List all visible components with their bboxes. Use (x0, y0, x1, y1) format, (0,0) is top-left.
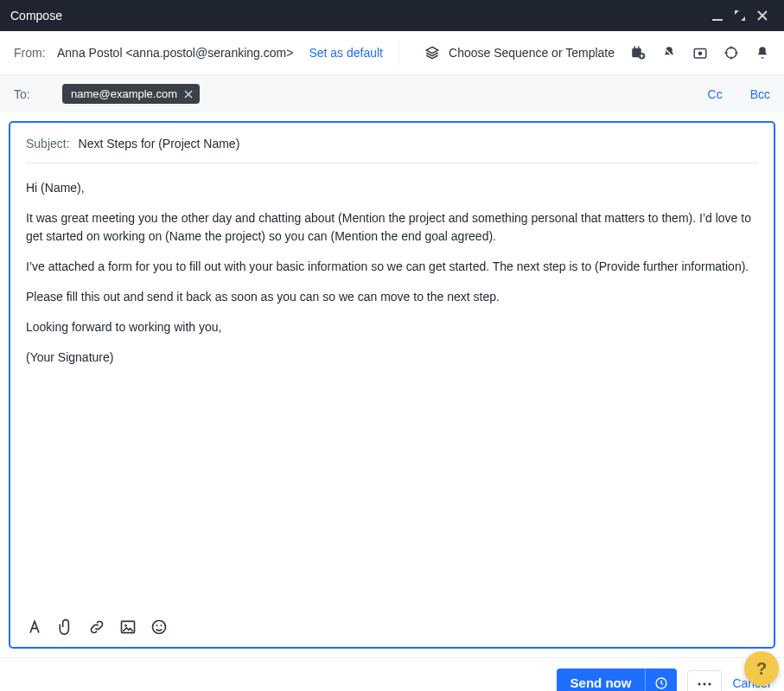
image-icon[interactable] (119, 618, 137, 638)
svg-rect-3 (638, 47, 640, 49)
body-line: It was great meeting you the other day a… (26, 209, 758, 246)
to-label: To: (14, 87, 48, 101)
svg-point-14 (698, 683, 701, 686)
chip-remove-icon[interactable] (182, 88, 194, 100)
subject-row: Subject: Next Steps for (Project Name) (26, 137, 758, 163)
svg-point-9 (124, 624, 127, 627)
attach-icon[interactable] (57, 618, 74, 638)
body-line: I’ve attached a form for you to fill out… (26, 258, 758, 276)
svg-point-12 (161, 624, 163, 626)
from-row: From: Anna Postol <anna.postol@seranking… (0, 31, 784, 75)
inbox-icon[interactable] (692, 45, 708, 61)
more-actions-button[interactable] (687, 670, 722, 691)
sequence-button[interactable]: Choose Sequence or Template (424, 45, 615, 61)
footer: Send now Cancel (0, 657, 784, 691)
bcc-link[interactable]: Bcc (750, 87, 770, 101)
svg-point-15 (704, 683, 706, 686)
svg-point-6 (698, 52, 703, 56)
recipient-chip[interactable]: name@example.com (62, 84, 200, 104)
svg-rect-0 (712, 19, 723, 21)
compose-editor: Subject: Next Steps for (Project Name) H… (9, 121, 775, 649)
subject-label: Subject: (26, 137, 70, 150)
svg-point-16 (709, 683, 711, 686)
window-title: Compose (10, 9, 62, 22)
send-button-group: Send now (557, 669, 678, 691)
divider (398, 40, 399, 66)
send-schedule-button[interactable] (645, 669, 677, 691)
minimize-icon[interactable] (706, 4, 729, 27)
to-row: To: name@example.com Cc Bcc (0, 75, 784, 112)
bell-icon[interactable] (755, 45, 770, 61)
from-label: From: (14, 46, 48, 60)
bell-off-icon[interactable] (661, 45, 677, 61)
cc-link[interactable]: Cc (708, 87, 723, 101)
body-line: Looking forward to working with you, (26, 318, 758, 336)
text-format-icon[interactable] (26, 618, 43, 638)
emoji-icon[interactable] (150, 618, 168, 638)
help-fab[interactable]: ? (744, 651, 779, 686)
body-editor[interactable]: Hi (Name), It was great meeting you the … (26, 163, 758, 611)
subject-input[interactable]: Next Steps for (Project Name) (79, 137, 240, 150)
titlebar: Compose (0, 0, 784, 31)
svg-point-10 (153, 621, 166, 634)
svg-point-7 (726, 48, 736, 58)
calendar-add-icon[interactable] (630, 45, 646, 61)
set-default-link[interactable]: Set as default (309, 46, 383, 60)
svg-rect-2 (634, 47, 636, 49)
editor-toolbar (26, 611, 758, 638)
layers-icon (424, 45, 440, 61)
close-icon[interactable] (751, 4, 774, 27)
target-icon[interactable] (723, 45, 739, 61)
svg-point-11 (156, 624, 158, 626)
body-line: Please fill this out and send it back as… (26, 288, 758, 306)
send-button[interactable]: Send now (557, 669, 646, 691)
body-line: Hi (Name), (26, 179, 758, 197)
recipient-chip-label: name@example.com (71, 87, 177, 100)
expand-icon[interactable] (729, 4, 751, 27)
from-sender[interactable]: Anna Postol <anna.postol@seranking.com> (57, 46, 293, 60)
help-icon: ? (756, 659, 767, 679)
body-line: (Your Signature) (26, 349, 758, 367)
sequence-label: Choose Sequence or Template (449, 46, 615, 60)
link-icon[interactable] (88, 618, 105, 638)
